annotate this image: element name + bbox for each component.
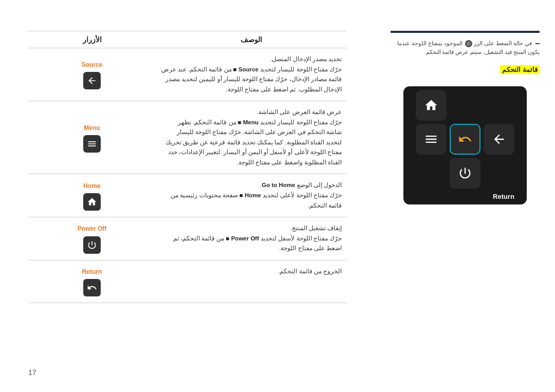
remote-buttons-grid (416, 90, 514, 189)
remote-power-icon (458, 166, 472, 180)
home-label: Home (83, 181, 100, 191)
right-top-line (391, 31, 540, 33)
table-row: الدخول إلى الوضع Go to Home. حرّك مفتاح … (28, 174, 347, 217)
remote-container: Return (403, 86, 527, 204)
home-button-cell: Home (28, 174, 156, 217)
table-row: الخروج من قائمة التحكم. Return (28, 260, 347, 303)
remote-source-btn[interactable] (484, 124, 514, 155)
section-title-wrap: قائمة التحكم (391, 65, 540, 81)
table-row: تحديد مصدر الإدخال المتصل. حرّك مفتاح ال… (28, 48, 347, 101)
return-icon-box (83, 279, 101, 296)
remote-home-btn[interactable] (416, 90, 447, 121)
return-desc-text: الخروج من قائمة التحكم. (278, 268, 342, 274)
remote-empty1 (450, 90, 480, 121)
table-row: عرض قائمة العرض على الشاشة. حرّك مفتاح ا… (28, 101, 347, 174)
remote-empty4 (484, 158, 514, 189)
source-desc-detail: حرّك مفتاح اللوحة لليسار لتحديد Source ■… (161, 66, 342, 92)
table-row: إيقاف تشغيل المنتج. حرّك مفتاح اللوحة لأ… (28, 217, 347, 260)
power-description: إيقاف تشغيل المنتج. حرّك مفتاح اللوحة لأ… (156, 217, 347, 260)
power-btn-wrap: Power Off (31, 223, 153, 253)
remote-empty3 (416, 158, 447, 189)
return-button-cell: Return (28, 260, 156, 303)
source-button-cell: Source (28, 48, 156, 101)
remote-return-btn[interactable] (450, 124, 480, 155)
dash-icon (535, 43, 540, 44)
note-text: في حالة الضغط على الزر ⊙ الموجود بمفتاح … (391, 39, 540, 57)
power-label: Power Off (78, 223, 107, 234)
power-button-cell: Power Off (28, 217, 156, 260)
source-icon-box (83, 72, 101, 89)
page-number: 17 (28, 368, 36, 377)
menu-btn-wrap: Menu (31, 123, 153, 153)
desc-col-header: الوصف (156, 31, 347, 48)
home-desc-detail: حرّك مفتاح اللوحة لأعلى لتحديد Home ■ صف… (171, 192, 342, 209)
return-label: Return (82, 267, 102, 277)
power-desc-line1: إيقاف تشغيل المنتج. (290, 225, 342, 231)
menu-icon-box (83, 135, 101, 153)
source-description: تحديد مصدر الإدخال المتصل. حرّك مفتاح ال… (156, 48, 347, 101)
remote-home-icon (424, 98, 438, 113)
right-panel: في حالة الضغط على الزر ⊙ الموجود بمفتاح … (391, 31, 540, 204)
remote-power-btn[interactable] (450, 158, 480, 189)
note-content: في حالة الضغط على الزر ⊙ الموجود بمفتاح … (397, 40, 540, 55)
source-icon (87, 76, 97, 86)
source-label: Source (82, 60, 103, 70)
note-circle-icon: ⊙ (465, 40, 472, 47)
menu-label: Menu (84, 123, 100, 133)
power-icon (87, 240, 97, 250)
return-icon (87, 283, 97, 293)
remote-return-label: Return (412, 193, 519, 200)
remote-empty2 (484, 90, 514, 121)
power-desc-detail: حرّك مفتاح اللوحة لأسفل لتحديد Power Off… (173, 235, 342, 252)
power-icon-box (83, 236, 101, 254)
home-icon-box (83, 193, 101, 211)
home-description: الدخول إلى الوضع Go to Home. حرّك مفتاح … (156, 174, 347, 217)
source-desc-text: تحديد مصدر الإدخال المتصل. (270, 56, 342, 62)
remote-bottom-section: Return (403, 86, 527, 204)
return-description: الخروج من قائمة التحكم. (156, 260, 347, 303)
control-table: الوصف الأزرار تحديد مصدر الإدخال المتصل.… (28, 31, 347, 303)
section-title: قائمة التحكم (500, 65, 540, 74)
remote-return-icon (458, 132, 472, 146)
return-btn-wrap: Return (31, 267, 153, 296)
page-container: الوصف الأزرار تحديد مصدر الإدخال المتصل.… (0, 0, 555, 392)
btn-col-header: الأزرار (28, 31, 156, 48)
left-content: الوصف الأزرار تحديد مصدر الإدخال المتصل.… (28, 31, 347, 303)
menu-button-cell: Menu (28, 101, 156, 174)
home-desc-line1: الدخول إلى الوضع Go to Home. (260, 182, 342, 188)
remote-menu-icon (424, 132, 438, 146)
remote-menu-btn[interactable] (416, 124, 447, 155)
source-btn-wrap: Source (31, 60, 153, 89)
remote-source-icon (492, 132, 506, 146)
menu-description: عرض قائمة العرض على الشاشة. حرّك مفتاح ا… (156, 101, 347, 174)
menu-desc-detail: حرّك مفتاح اللوحة لليسار لتحديد Menu ■ م… (165, 119, 342, 165)
home-btn-wrap: Home (31, 181, 153, 211)
menu-icon (87, 139, 97, 149)
menu-desc-line1: عرض قائمة العرض على الشاشة. (257, 109, 342, 115)
home-icon (87, 197, 97, 207)
